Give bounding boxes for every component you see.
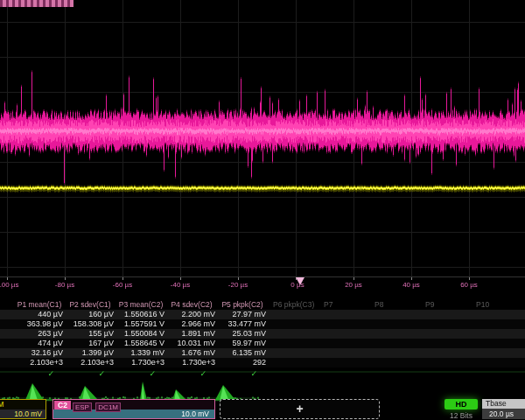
param-header[interactable]: P9 xyxy=(420,299,476,310)
param-value: 1.550616 V xyxy=(116,310,164,319)
param-value: 2.200 mV xyxy=(166,310,215,319)
param-header[interactable]: P8 xyxy=(369,299,425,310)
param-value: 1.730e+3 xyxy=(166,358,215,368)
param-value: 160 µV xyxy=(65,310,114,319)
timebase-title: Tbase xyxy=(482,399,525,409)
time-axis-label: -40 µs xyxy=(171,281,190,289)
measure-table: P1 mean(C1)P2 sdev(C1)P3 mean(C2)P4 sdev… xyxy=(0,299,525,382)
param-header[interactable]: P1 mean(C1) xyxy=(14,299,65,310)
oscilloscope-screen: -100 µs-80 µs-60 µs-40 µs-20 µs0 µs20 µs… xyxy=(0,0,525,420)
channel-descriptor-c1[interactable]: C1 DC1M 10.0 mV xyxy=(0,399,46,419)
param-value: 155 µV xyxy=(65,329,114,339)
param-value: 27.97 mV xyxy=(217,310,266,319)
param-header[interactable]: P2 sdev(C1) xyxy=(65,299,116,310)
param-value: 363.98 µV xyxy=(14,319,63,329)
param-value: 263 µV xyxy=(14,329,63,339)
status-check-icon: ✓ xyxy=(65,369,105,379)
param-value: 292 xyxy=(217,358,266,368)
param-header[interactable]: P4 sdev(C2) xyxy=(166,299,217,310)
param-value: 2.103e+3 xyxy=(14,358,63,368)
timebase-value: 20.0 µs xyxy=(482,409,525,419)
status-check-icon: ✓ xyxy=(166,369,206,379)
param-value: 1.550084 V xyxy=(116,329,164,339)
param-value: 1.557591 V xyxy=(116,319,164,329)
param-value: 33.477 mV xyxy=(217,319,266,329)
param-value: 1.676 mV xyxy=(166,348,215,358)
param-header[interactable]: P6 pkpk(C3) xyxy=(268,299,324,310)
c1-scale: 10.0 mV xyxy=(0,410,46,418)
param-value: 10.031 mV xyxy=(166,339,215,348)
time-axis-label: 20 µs xyxy=(345,281,362,289)
param-value: 1.399 µV xyxy=(65,348,114,358)
param-value: 25.03 mV xyxy=(217,329,266,339)
time-axis-label: -20 µs xyxy=(228,281,248,289)
param-value: 474 µV xyxy=(14,339,63,348)
param-value: 167 µV xyxy=(65,339,114,348)
time-axis-label: 60 µs xyxy=(460,281,478,289)
add-trace-button[interactable]: + xyxy=(220,399,380,419)
status-check-icon: ✓ xyxy=(217,369,257,379)
time-axis-label: -60 µs xyxy=(113,281,132,289)
param-value: 1.730e+3 xyxy=(116,358,164,368)
hd-mode-badge[interactable]: HD xyxy=(444,399,478,410)
param-value: 1.891 mV xyxy=(166,329,215,339)
time-axis-label: -100 µs xyxy=(0,281,18,289)
param-value: 6.135 mV xyxy=(217,348,266,358)
param-header[interactable]: P11 xyxy=(522,299,525,310)
param-value: 32.16 µV xyxy=(14,348,63,358)
time-axis: -100 µs-80 µs-60 µs-40 µs-20 µs0 µs20 µs… xyxy=(0,278,525,292)
timebase-descriptor[interactable]: Tbase 20.0 µs xyxy=(482,399,525,419)
param-value: 158.308 µV xyxy=(65,319,114,329)
channel-descriptor-c2[interactable]: C2 ESP DC1M 10.0 mV xyxy=(52,399,215,419)
c2-tags: ESP DC1M xyxy=(73,397,121,413)
param-value: 1.558645 V xyxy=(116,339,164,348)
c2-label: C2 xyxy=(54,401,71,410)
param-value: 2.103e+3 xyxy=(65,358,114,368)
c2-label-row: C2 ESP DC1M xyxy=(53,400,214,410)
param-header[interactable]: P10 xyxy=(471,299,525,310)
time-axis-label: 40 µs xyxy=(402,281,420,289)
param-value: 1.339 mV xyxy=(116,348,164,358)
time-axis-label: -80 µs xyxy=(55,281,74,289)
param-value: 59.97 mV xyxy=(217,339,266,348)
param-header[interactable]: P5 pkpk(C2) xyxy=(217,299,268,310)
resolution-bits-label: 12 Bits xyxy=(443,411,480,420)
c2-coupling-tag: ESP xyxy=(73,402,92,412)
c2-coupling-tag: DC1M xyxy=(95,402,121,412)
param-header[interactable]: P3 mean(C2) xyxy=(116,299,166,310)
param-header[interactable]: P7 xyxy=(318,299,374,310)
c1-label: C1 DC1M xyxy=(0,400,46,410)
param-value: 440 µV xyxy=(14,310,63,319)
param-value: 2.966 mV xyxy=(166,319,215,329)
status-check-icon: ✓ xyxy=(14,369,54,379)
clipped-trace-badge xyxy=(0,0,74,7)
time-axis-label: 0 µs xyxy=(290,281,304,289)
status-check-icon: ✓ xyxy=(116,369,156,379)
